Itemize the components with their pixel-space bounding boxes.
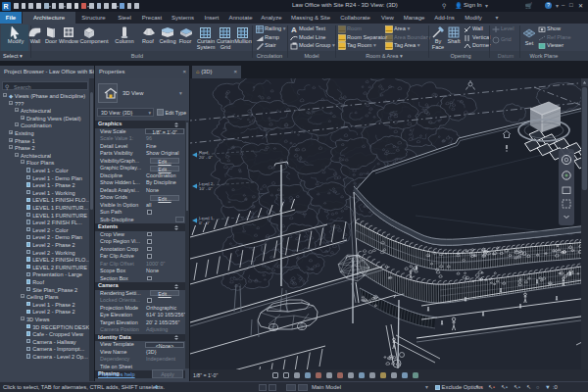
svg-text:20' - 0": 20' - 0" xyxy=(199,155,213,160)
svg-text:10' - 0": 10' - 0" xyxy=(199,186,213,191)
svg-text:Level 1: Level 1 xyxy=(199,216,214,220)
svg-text:0' - 0": 0' - 0" xyxy=(199,220,211,225)
svg-text:Roof: Roof xyxy=(199,150,209,155)
svg-text:Level 2: Level 2 xyxy=(199,181,214,186)
svg-text:A: A xyxy=(291,25,297,33)
